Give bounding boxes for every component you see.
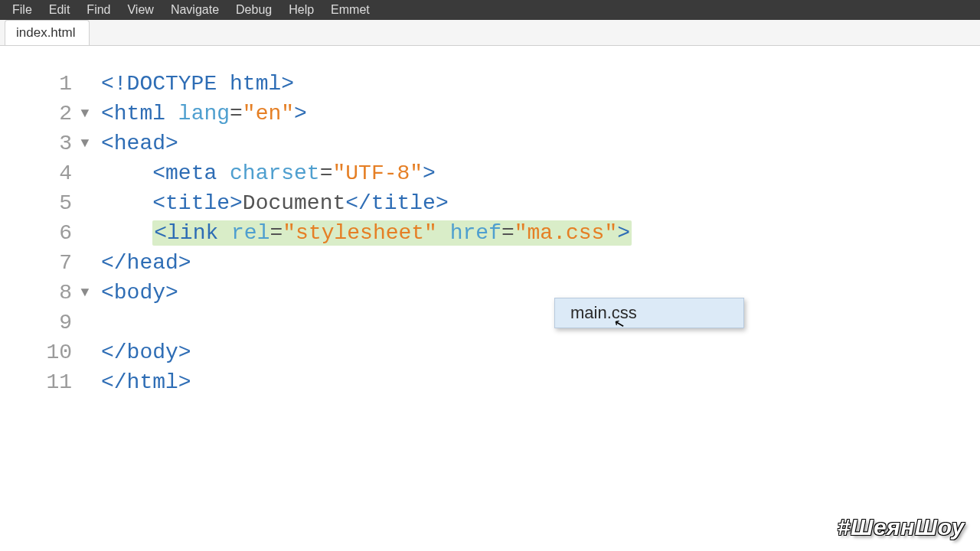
menu-edit[interactable]: Edit xyxy=(41,1,78,19)
menu-view[interactable]: View xyxy=(119,1,161,19)
code-token: <html xyxy=(101,102,178,126)
code-token: <title> xyxy=(152,191,243,215)
autocomplete-popup[interactable]: main.css xyxy=(554,298,744,328)
line-number: 1 xyxy=(0,69,77,99)
fold-toggle[interactable]: ▼ xyxy=(77,129,93,158)
code-token: "stylesheet" xyxy=(283,221,437,245)
code-line[interactable]: 5 ▼ <title>Document</title> xyxy=(0,188,980,218)
code-token: <meta xyxy=(152,161,230,185)
code-token: > xyxy=(617,221,630,245)
code-token: </title> xyxy=(345,191,448,215)
watermark: #ШеянШоу xyxy=(838,514,965,540)
line-number: 3 xyxy=(0,129,77,158)
menu-help[interactable]: Help xyxy=(281,1,322,19)
code-token xyxy=(437,221,450,245)
code-line[interactable]: 8 ▼ <body> xyxy=(0,278,980,308)
code-token: href xyxy=(450,221,501,245)
code-token: <!DOCTYPE html> xyxy=(101,72,294,96)
menu-file[interactable]: File xyxy=(5,1,40,19)
code-token: = xyxy=(320,161,333,185)
code-token: lang xyxy=(178,102,230,126)
line-number: 8 xyxy=(0,278,77,308)
line-number: 10 xyxy=(0,337,77,367)
autocomplete-item[interactable]: main.css xyxy=(555,298,743,328)
code-editor[interactable]: 1 ▼ <!DOCTYPE html> 2 ▼ <html lang="en">… xyxy=(0,46,980,397)
menu-navigate[interactable]: Navigate xyxy=(163,1,227,19)
line-number: 4 xyxy=(0,158,77,188)
code-token: <link xyxy=(154,221,231,245)
code-line[interactable]: 11 ▼ </html> xyxy=(0,367,980,397)
line-number: 5 xyxy=(0,188,77,218)
menu-debug[interactable]: Debug xyxy=(228,1,279,19)
line-number: 6 xyxy=(0,218,77,248)
fold-toggle[interactable]: ▼ xyxy=(77,278,93,308)
code-line[interactable]: 1 ▼ <!DOCTYPE html> xyxy=(0,69,980,99)
code-token: "ma.css" xyxy=(514,221,617,245)
code-line[interactable]: 7 ▼ </head> xyxy=(0,248,980,278)
code-token: = xyxy=(230,102,243,126)
line-number: 11 xyxy=(0,367,77,397)
code-token: "UTF-8" xyxy=(332,161,423,185)
code-token: </html> xyxy=(101,370,191,394)
code-token: <body> xyxy=(101,281,178,305)
code-line[interactable]: 3 ▼ <head> xyxy=(0,129,980,158)
tab-active[interactable]: index.html xyxy=(5,20,90,45)
code-line[interactable]: 9 ▼ xyxy=(0,308,980,337)
menu-bar: File Edit Find View Navigate Debug Help … xyxy=(0,0,980,20)
line-number: 7 xyxy=(0,248,77,278)
code-line[interactable]: 6 ▼ <link rel="stylesheet" href="ma.css"… xyxy=(0,218,980,248)
code-line[interactable]: 2 ▼ <html lang="en"> xyxy=(0,99,980,129)
code-token: rel xyxy=(231,221,270,245)
code-token xyxy=(101,161,152,185)
active-line-highlight: <link rel="stylesheet" href="ma.css"> xyxy=(152,220,632,246)
code-line[interactable]: 10 ▼ </body> xyxy=(0,337,980,367)
fold-toggle[interactable]: ▼ xyxy=(77,99,93,129)
code-token: </body> xyxy=(101,341,191,364)
code-token: </head> xyxy=(101,251,191,275)
code-token xyxy=(101,221,152,245)
code-token: = xyxy=(501,221,514,245)
tab-bar: index.html xyxy=(0,20,980,46)
code-token: charset xyxy=(230,161,320,185)
line-number: 2 xyxy=(0,99,77,129)
code-token: <head> xyxy=(101,132,178,155)
code-token xyxy=(101,191,152,215)
line-number: 9 xyxy=(0,308,77,337)
code-token: > xyxy=(294,102,307,126)
menu-find[interactable]: Find xyxy=(79,1,118,19)
code-token: = xyxy=(270,221,283,245)
code-line[interactable]: 4 ▼ <meta charset="UTF-8"> xyxy=(0,158,980,188)
code-token: > xyxy=(423,161,436,185)
code-token: Document xyxy=(243,191,345,215)
code-token: "en" xyxy=(243,102,294,126)
menu-emmet[interactable]: Emmet xyxy=(323,1,377,19)
